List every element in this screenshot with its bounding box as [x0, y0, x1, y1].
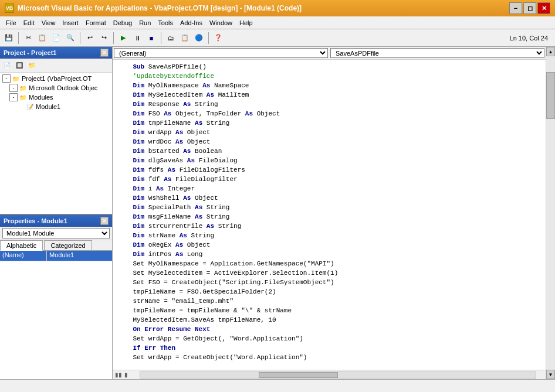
left-panel: Project - Project1 ✕ 📄 🔲 📁 - 📁 Project1 … [0, 47, 113, 379]
proc-view-icon[interactable]: ▮▮ [115, 371, 122, 378]
project-panel-toolbar: 📄 🔲 📁 [0, 59, 112, 73]
scroll-thumb[interactable] [546, 72, 555, 119]
code-line: Dim WshShell As Object [117, 193, 541, 203]
toolbar-undo-btn[interactable]: ↩ [83, 32, 96, 45]
code-line: If Err Then [117, 343, 541, 353]
props-col-value: Module1 [47, 251, 112, 261]
modules-icon: 📁 [19, 93, 27, 101]
props-row-name[interactable]: (Name) Module1 [0, 251, 112, 261]
code-header: (General) SaveAsPDFfile [113, 47, 546, 60]
status-bar [0, 379, 555, 392]
toolbar-sep-3 [113, 32, 114, 44]
code-scrollbar-h[interactable]: ▮▮ ▮ [113, 370, 546, 379]
project-view-obj-btn[interactable]: 🔲 [13, 60, 25, 71]
menu-run[interactable]: Run [136, 18, 154, 28]
tree-modules[interactable]: - 📁 Modules [1, 93, 111, 102]
code-line: Set wrdApp = CreateObject("Word.Applicat… [117, 353, 541, 362]
restore-button[interactable]: ◻ [523, 2, 536, 14]
code-combo-left[interactable]: (General) [114, 48, 328, 58]
code-line: tmpFileName = tmpFileName & "\" & strNam… [117, 306, 541, 315]
toolbar-cut-btn[interactable]: ✂ [22, 32, 35, 45]
toolbar-find-btn[interactable]: 🔍 [64, 32, 77, 45]
code-combo-right[interactable]: SaveAsPDFfile [330, 48, 544, 58]
title-text: Microsoft Visual Basic for Applications … [18, 4, 302, 12]
props-object-dropdown[interactable]: Module1 Module [2, 228, 110, 238]
toolbar-objectbrowser-btn[interactable]: 🔵 [192, 32, 205, 45]
tree-expand-modules[interactable]: - [9, 93, 18, 101]
toolbar-properties-btn[interactable]: 📋 [178, 32, 191, 45]
props-dropdown-row: Module1 Module [0, 227, 112, 240]
props-col-name-label: (Name) [0, 251, 47, 261]
menu-view[interactable]: View [38, 18, 59, 28]
toolbar-pause-btn[interactable]: ⏸ [131, 32, 144, 45]
menu-tools[interactable]: Tools [154, 18, 177, 28]
scroll-up-btn[interactable]: ▲ [546, 47, 555, 56]
toolbar-stop-btn[interactable]: ■ [145, 32, 158, 45]
props-tabs: Alphabetic Categorized [0, 240, 112, 251]
module-view-icon[interactable]: ▮ [124, 371, 128, 378]
props-table: (Name) Module1 [0, 251, 112, 379]
code-line: Dim intPos As Long [117, 250, 541, 259]
tree-expand-project1[interactable]: - [2, 74, 11, 83]
menu-addins[interactable]: Add-Ins [177, 18, 206, 28]
code-line: Set wrdApp = GetObject(, "Word.Applicati… [117, 334, 541, 343]
menu-window[interactable]: Window [206, 18, 236, 28]
code-line: On Error Resume Next [117, 325, 541, 334]
tree-project1[interactable]: - 📁 Project1 (VbaProject.OT [1, 74, 111, 83]
title-bar-controls: − ◻ ✕ [509, 2, 550, 14]
code-line: Dim FSO As Object, TmpFolder As Object [117, 109, 541, 118]
scroll-down-btn[interactable]: ▼ [546, 370, 555, 379]
project-tree[interactable]: - 📁 Project1 (VbaProject.OT - 📁 Microsof… [0, 73, 112, 214]
menu-edit[interactable]: Edit [20, 18, 38, 28]
code-line: Set MySelectedItem = ActiveExplorer.Sele… [117, 268, 541, 278]
menu-help[interactable]: Help [236, 18, 256, 28]
project-panel-close[interactable]: ✕ [100, 49, 109, 57]
toolbar-projectexplorer-btn[interactable]: 🗂 [164, 32, 177, 45]
toolbar-run-btn[interactable]: ▶ [117, 32, 130, 45]
toolbar-copy-btn[interactable]: 📋 [36, 32, 49, 45]
scrollbar-thumb[interactable] [259, 372, 338, 378]
scroll-track[interactable] [546, 56, 555, 370]
toolbar-paste-btn[interactable]: 📄 [50, 32, 63, 45]
code-line: MySelectedItem.SaveAs tmpFileName, 10 [117, 315, 541, 325]
code-line: Dim Response As String [117, 100, 541, 109]
menu-debug[interactable]: Debug [110, 18, 136, 28]
menu-format[interactable]: Format [82, 18, 110, 28]
tree-label-outlook: Microsoft Outlook Objec [29, 84, 97, 91]
title-bar: VB Microsoft Visual Basic for Applicatio… [0, 0, 555, 16]
project-toggle-folders-btn[interactable]: 📁 [26, 60, 38, 71]
vertical-scrollbar[interactable]: ▲ ▼ [546, 47, 555, 379]
code-line: strName = "email_temp.mht" [117, 296, 541, 306]
toolbar-help-btn[interactable]: ❓ [212, 32, 225, 45]
tree-outlook[interactable]: - 📁 Microsoft Outlook Objec [1, 83, 111, 93]
project-icon: 📁 [12, 74, 20, 83]
tree-expand-outlook[interactable]: - [9, 84, 18, 92]
tab-alphabetic[interactable]: Alphabetic [0, 240, 43, 251]
toolbar: 💾 ✂ 📋 📄 🔍 ↩ ↪ ▶ ⏸ ■ 🗂 📋 🔵 ❓ Ln 10, Col 2… [0, 29, 555, 47]
project-view-code-btn[interactable]: 📄 [1, 60, 13, 71]
scrollbar-track[interactable] [140, 371, 536, 379]
code-line: Dim wrdApp As Object [117, 128, 541, 137]
code-line: Dim dlgSaveAs As FileDialog [117, 156, 541, 165]
code-line: Dim fdfs As FileDialogFilters [117, 165, 541, 175]
toolbar-sep-5 [208, 32, 209, 44]
menu-file[interactable]: File [2, 18, 20, 28]
menu-insert[interactable]: Insert [59, 18, 82, 28]
title-bar-left: VB Microsoft Visual Basic for Applicatio… [5, 4, 302, 13]
code-line: 'UpdatebyExtendoffice [117, 71, 541, 81]
close-button[interactable]: ✕ [537, 2, 550, 14]
code-line: Dim wrdDoc As Object [117, 137, 541, 146]
toolbar-save-btn[interactable]: 💾 [2, 32, 15, 45]
code-line: Dim fdf As FileDialogFilter [117, 175, 541, 184]
tree-label-module1: Module1 [36, 103, 60, 110]
properties-panel-close[interactable]: ✕ [100, 217, 109, 225]
tab-categorized[interactable]: Categorized [44, 240, 92, 250]
toolbar-redo-btn[interactable]: ↪ [97, 32, 110, 45]
module1-icon: 📝 [26, 103, 34, 111]
minimize-button[interactable]: − [509, 2, 522, 14]
tree-module1[interactable]: 📝 Module1 [1, 102, 111, 111]
code-line: Dim bStarted As Boolean [117, 146, 541, 156]
code-editor[interactable]: Sub SaveAsPDFfile() 'UpdatebyExtendoffic… [113, 60, 546, 370]
code-line: Set MyOlNamespace = Application.GetNames… [117, 259, 541, 268]
code-area: (General) SaveAsPDFfile Sub SaveAsPDFfil… [113, 47, 546, 379]
